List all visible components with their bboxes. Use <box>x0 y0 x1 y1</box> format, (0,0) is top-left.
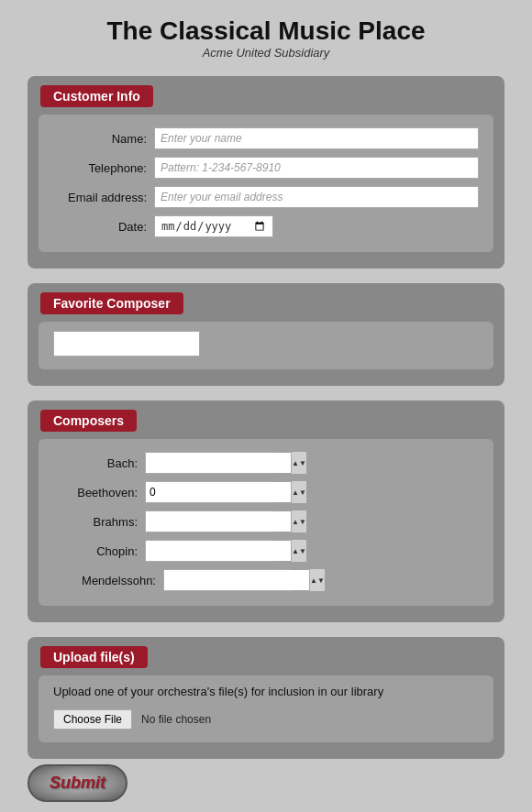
bach-label: Bach: <box>53 456 145 470</box>
customer-info-legend: Customer Info <box>40 85 153 107</box>
chopin-label: Chopin: <box>53 544 145 558</box>
beethoven-input[interactable]: 0 <box>146 482 291 502</box>
brahms-input[interactable] <box>146 511 291 532</box>
brahms-spinner-btn[interactable]: ▲▼ <box>291 510 306 532</box>
submit-label: Submit <box>50 774 105 793</box>
file-upload-row: Choose File No file chosen <box>53 709 479 730</box>
date-row: Date: <box>53 215 479 237</box>
name-row: Name: <box>53 127 479 149</box>
bach-spinner-btn[interactable]: ▲▼ <box>291 452 306 474</box>
brahms-row: Brahms: ▲▼ <box>53 510 479 532</box>
chopin-spinner-btn[interactable]: ▲▼ <box>291 540 306 562</box>
upload-section: Upload file(s) Upload one of your orches… <box>28 637 504 759</box>
favorite-composer-legend: Favorite Composer <box>40 292 183 314</box>
page-header: The Classical Music Place Acme United Su… <box>0 0 532 67</box>
telephone-label: Telephone: <box>53 161 154 175</box>
chopin-spinner: ▲▼ <box>145 540 273 562</box>
chopin-row: Chopin: ▲▼ <box>53 540 479 562</box>
mendelssohn-spinner-btn[interactable]: ▲▼ <box>309 569 325 591</box>
favorite-composer-input[interactable] <box>53 331 200 357</box>
customer-info-section: Customer Info Name: Telephone: Email add… <box>28 76 504 269</box>
brahms-spinner: ▲▼ <box>145 510 273 532</box>
page-title: The Classical Music Place <box>0 16 532 46</box>
telephone-input[interactable] <box>154 157 479 179</box>
name-label: Name: <box>53 132 154 146</box>
beethoven-spinner: 0 ▲▼ <box>145 481 273 503</box>
email-label: Email address: <box>53 191 154 204</box>
date-label: Date: <box>53 220 154 234</box>
bach-row: Bach: ▲▼ <box>53 452 479 474</box>
brahms-label: Brahms: <box>53 515 145 529</box>
email-input[interactable] <box>154 186 479 208</box>
bach-spinner: ▲▼ <box>145 452 273 474</box>
composers-inner: Bach: ▲▼ Beethoven: 0 ▲▼ Brahms: <box>39 439 493 606</box>
upload-inner: Upload one of your orchestra's file(s) f… <box>39 675 493 742</box>
mendelssohn-label: Mendelssohn: <box>53 574 163 587</box>
mendelssohn-row: Mendelssohn: ▲▼ <box>53 569 479 591</box>
bach-input[interactable] <box>146 453 291 473</box>
telephone-row: Telephone: <box>53 157 479 179</box>
submit-area: Submit <box>0 759 532 811</box>
upload-legend: Upload file(s) <box>40 646 148 668</box>
email-row: Email address: <box>53 186 479 208</box>
mendelssohn-input[interactable] <box>164 570 309 590</box>
beethoven-row: Beethoven: 0 ▲▼ <box>53 481 479 503</box>
chopin-input[interactable] <box>146 541 291 561</box>
page-subtitle: Acme United Subsidiary <box>0 46 532 60</box>
date-input[interactable] <box>154 215 273 237</box>
choose-file-button[interactable]: Choose File <box>53 709 132 730</box>
no-file-label: No file chosen <box>141 713 211 726</box>
favorite-composer-inner <box>39 322 493 369</box>
composers-section: Composers Bach: ▲▼ Beethoven: 0 ▲▼ <box>28 401 504 622</box>
composers-legend: Composers <box>40 410 137 432</box>
upload-description: Upload one of your orchestra's file(s) f… <box>53 685 479 698</box>
name-input[interactable] <box>154 127 479 149</box>
favorite-composer-section: Favorite Composer <box>28 283 504 386</box>
beethoven-spinner-btn[interactable]: ▲▼ <box>291 481 306 503</box>
beethoven-label: Beethoven: <box>53 486 145 499</box>
main-content: Customer Info Name: Telephone: Email add… <box>28 76 504 759</box>
customer-info-inner: Name: Telephone: Email address: Date: <box>39 115 493 252</box>
submit-button[interactable]: Submit <box>28 764 127 802</box>
mendelssohn-spinner: ▲▼ <box>163 569 292 591</box>
